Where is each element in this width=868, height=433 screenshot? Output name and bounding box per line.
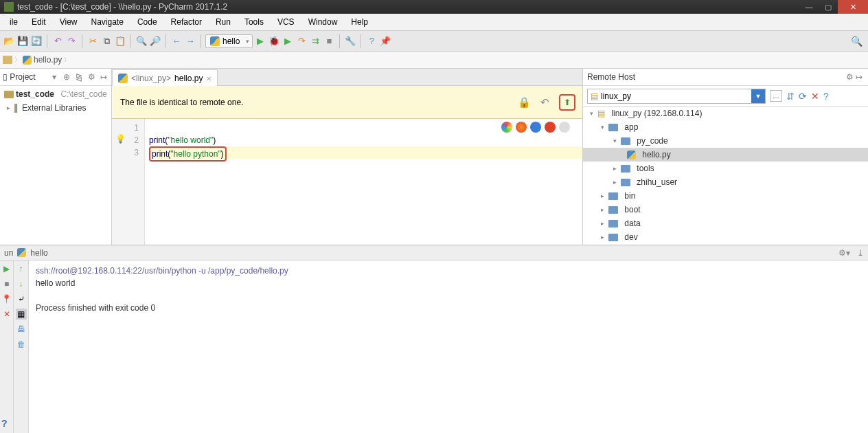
pin-icon[interactable]: 📍 [1,293,12,304]
close-tab-icon[interactable]: ✕ [206,75,212,82]
debug-icon[interactable]: 🐞 [268,35,280,47]
menu-refactor[interactable]: Refactor [164,17,209,27]
save-icon[interactable]: 💾 [16,35,29,47]
help-icon[interactable]: ? [365,35,378,47]
back-icon[interactable]: ← [170,35,183,47]
up-icon[interactable]: ↑ [16,263,27,274]
more-button[interactable]: … [770,90,782,102]
remote-root[interactable]: ▾▤ linux_py (192.168.0.114) [583,107,868,120]
safari-icon[interactable] [530,122,541,133]
replace-icon[interactable]: 🔎 [149,35,161,47]
remote-folder-boot[interactable]: ▸ boot [583,203,868,216]
ie-icon[interactable] [559,122,570,133]
stop-icon[interactable]: ■ [1,278,12,289]
minimize-button[interactable]: — [799,0,819,14]
collapse-icon[interactable]: ⧎ [74,72,84,82]
remote-host-panel: Remote Host ⚙ ↦ ▤ linux_py ▼ … ⇵ ⟳ ✕ ? ▾… [583,69,868,245]
remote-folder-app[interactable]: ▾ app [583,120,868,134]
run-icon[interactable]: ▶ [254,35,266,47]
menu-code[interactable]: Code [130,17,164,27]
copy-icon[interactable]: ⧉ [100,35,113,47]
close-button[interactable]: ✕ [838,0,868,14]
code-editor[interactable]: 123 💡 print("hello world") print("hello … [112,119,582,245]
scroll-icon[interactable]: ▦ [16,309,27,320]
console-output[interactable]: ssh://root@192.168.0.114:22/usr/bin/pyth… [29,260,868,433]
close-icon[interactable]: ✕ [1,309,12,320]
lock-icon[interactable]: 🔒 [518,96,531,109]
help-button[interactable]: ? [1,418,8,429]
rerun-icon[interactable]: ▶ [1,263,12,274]
cut-icon[interactable]: ✂ [87,35,99,47]
run-config-select[interactable]: hello [205,34,253,48]
remote-file-hello[interactable]: hello.py [583,148,868,162]
remote-folder-dev[interactable]: ▸ dev [583,230,868,244]
folder-icon [608,234,618,241]
main-area: ▯ Project ▾ ⊕ ⧎ ⚙ ↦ test_code C:\test_co… [0,69,868,245]
remote-folder-pycode[interactable]: ▾ py_code [583,134,868,148]
open-icon[interactable]: 📂 [3,35,15,47]
remote-folder-tools[interactable]: ▸ tools [583,162,868,175]
paste-icon[interactable]: 📋 [114,35,126,47]
remote-folder-data[interactable]: ▸ data [583,216,868,230]
remote-folder-zhihu[interactable]: ▸ zhihu_user [583,175,868,189]
find-icon[interactable]: 🔍 [135,35,148,47]
sync-icon[interactable]: 🔄 [30,35,43,47]
profile-icon[interactable]: ↷ [295,35,308,47]
coverage-icon[interactable]: ▶ [282,35,294,47]
maximize-button[interactable]: ▢ [819,0,838,14]
upload-button[interactable]: ⬆ [559,94,575,111]
breadcrumb: 〉 hello.py 〉 [0,52,868,69]
search-icon[interactable]: 🔍 [851,36,863,47]
redo-icon[interactable]: ↷ [65,35,78,47]
external-libraries[interactable]: ▸ External Libraries [0,101,111,115]
run-tab-name[interactable]: hello [30,248,47,258]
chrome-icon[interactable] [501,122,512,133]
wrap-icon[interactable]: ⤶ [16,293,27,304]
chevron-down-icon[interactable]: ▾ [49,72,59,82]
trash-icon[interactable]: 🗑 [16,339,27,350]
chevron-down-icon[interactable]: ▼ [751,89,765,103]
menu-vcs[interactable]: VCS [271,17,301,27]
gear-icon[interactable]: ⚙▾ [838,248,850,258]
folder-icon [608,206,618,214]
forward-icon[interactable]: → [184,35,196,47]
menu-help[interactable]: Help [344,17,375,27]
pin-icon[interactable]: 📌 [379,35,391,47]
menu-file[interactable]: ile [3,17,25,27]
python-icon [627,151,636,159]
menu-navigate[interactable]: Navigate [84,17,130,27]
menu-run[interactable]: Run [209,17,238,27]
undo-icon[interactable]: ↶ [52,35,64,47]
hide-icon[interactable]: ↦ [99,72,108,82]
concurrent-icon[interactable]: ⇉ [309,35,321,47]
hide-icon[interactable]: ↦ [854,72,864,82]
refresh-icon[interactable]: ⟳ [799,91,807,102]
print-icon[interactable]: 🖶 [16,324,27,335]
menu-view[interactable]: View [53,17,84,27]
folder-icon [621,179,630,186]
firefox-icon[interactable] [516,122,527,133]
menu-edit[interactable]: Edit [25,17,53,27]
host-select[interactable]: ▤ linux_py ▼ [587,89,766,104]
folder-icon[interactable] [3,56,12,64]
stop-icon[interactable]: ■ [323,35,335,47]
menu-tools[interactable]: Tools [238,17,271,27]
breadcrumb-file[interactable]: hello.py [34,55,62,65]
target-icon[interactable]: ⊕ [62,72,71,82]
project-root[interactable]: test_code C:\test_code [0,87,111,101]
remote-folder-bin[interactable]: ▸ bin [583,189,868,203]
help-icon[interactable]: ? [823,91,829,102]
revert-icon[interactable]: ↶ [540,96,549,109]
down-icon[interactable]: ↓ [16,278,27,289]
opera-icon[interactable] [545,122,556,133]
menu-window[interactable]: Window [301,17,345,27]
disconnect-icon[interactable]: ✕ [811,91,819,102]
editor-tab[interactable]: <linux_py> hello.py ✕ [112,69,218,87]
settings-icon[interactable]: 🔧 [344,35,356,47]
bulb-icon[interactable]: 💡 [115,134,126,144]
gear-icon[interactable]: ⚙ [87,72,96,82]
filter-icon[interactable]: ⇵ [786,91,795,102]
gear-icon[interactable]: ⚙ [845,72,854,82]
code-area[interactable]: print("hello world") print("hello python… [145,119,582,245]
download-icon[interactable]: ⤓ [857,248,864,258]
